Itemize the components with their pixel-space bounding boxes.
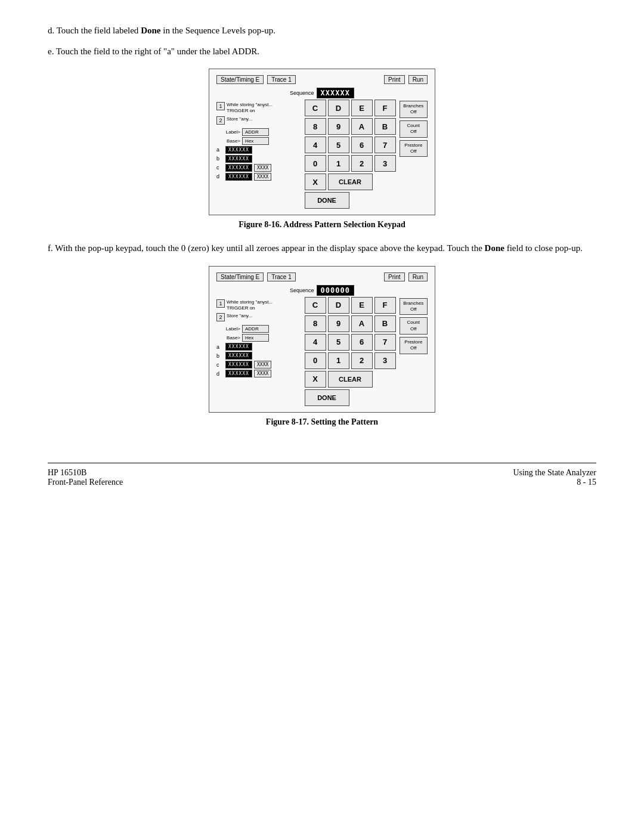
fig16-trace-btn[interactable]: Trace 1 — [267, 75, 296, 84]
kp17-btn-3[interactable]: 3 — [374, 352, 396, 369]
kp-btn-4[interactable]: 4 — [305, 137, 326, 153]
kp-btn-3[interactable]: 3 — [374, 155, 396, 172]
kp-btn-D[interactable]: D — [328, 100, 349, 116]
kp17-btn-clear[interactable]: CLEAR — [328, 371, 373, 388]
fig16-print-btn[interactable]: Print — [384, 75, 405, 84]
kp-btn-9[interactable]: 9 — [328, 118, 349, 135]
kp17-btn-0[interactable]: 0 — [305, 352, 326, 369]
footer-left: HP 16510B Front-Panel Reference — [48, 468, 123, 487]
kp17-btn-done[interactable]: DONE — [305, 389, 349, 406]
fig16-data-row-a: a XXXXXX — [216, 146, 301, 154]
kp-btn-X[interactable]: X — [305, 174, 326, 190]
fig17-label-lbl: Label> — [216, 326, 240, 332]
fig17-step-1: 1 While storing "anyst...TRIGGER on — [216, 299, 301, 312]
fig16-seq-label: Sequence — [290, 90, 314, 96]
fig17-seq-label: Sequence — [290, 287, 314, 293]
footer: HP 16510B Front-Panel Reference Using th… — [48, 463, 596, 487]
kp-btn-C[interactable]: C — [305, 100, 326, 116]
fig16-right: BranchesOff CountOff PrestoreOff — [400, 101, 428, 157]
kp-btn-A[interactable]: A — [351, 118, 373, 135]
kp17-btn-C[interactable]: C — [305, 297, 326, 314]
kp-btn-B[interactable]: B — [374, 118, 396, 135]
kp17-btn-9[interactable]: 9 — [328, 315, 349, 332]
fig17-data-row-b: b XXXXXX — [216, 352, 301, 360]
footer-page: 8 - 15 — [513, 478, 596, 487]
kp-btn-6[interactable]: 6 — [351, 137, 373, 153]
fig16-seq-display: XXXXXX — [317, 88, 354, 98]
fig16-count-btn[interactable]: CountOff — [400, 120, 428, 138]
kp17-btn-D[interactable]: D — [328, 297, 349, 314]
fig16-label-val: ADDR — [242, 128, 269, 136]
fig17-label-rows: Label> ADDR Base> Hex — [216, 325, 301, 342]
fig16-base-val: Hex — [242, 137, 269, 145]
fig17-keypad: C D E F 8 9 A B 4 5 6 7 0 1 2 3 X — [305, 297, 396, 406]
kp-btn-0[interactable]: 0 — [305, 155, 326, 172]
kp17-btn-X[interactable]: X — [305, 371, 326, 388]
fig16-data-row-b: b XXXXXX — [216, 155, 301, 163]
kp-btn-1[interactable]: 1 — [328, 155, 349, 172]
fig17-print-btn[interactable]: Print — [384, 272, 405, 281]
fig16-label-row: Label> ADDR — [216, 128, 301, 136]
footer-subtitle: Front-Panel Reference — [48, 478, 123, 487]
kp17-btn-4[interactable]: 4 — [305, 334, 326, 351]
fig16-label-lbl: Label> — [216, 129, 240, 135]
kp17-btn-F[interactable]: F — [374, 297, 396, 314]
kp17-btn-6[interactable]: 6 — [351, 334, 373, 351]
fig16-state-timing-btn[interactable]: State/Timing E — [216, 75, 264, 84]
fig17-label-val: ADDR — [242, 325, 269, 333]
kp-btn-5[interactable]: 5 — [328, 137, 349, 153]
fig16-data-rows: a XXXXXX b XXXXXX c XXXXXX XXXX d XXXX — [216, 146, 301, 181]
fig16-run-btn[interactable]: Run — [408, 75, 428, 84]
fig16-caption: Figure 8-16. Address Pattern Selection K… — [48, 220, 596, 230]
figure-17-container: State/Timing E Trace 1 Print Run Sequenc… — [209, 266, 435, 413]
para-f: f. With the pop-up keypad, touch the 0 (… — [48, 241, 596, 255]
fig17-data-row-c: c XXXXXX XXXX — [216, 361, 301, 368]
fig16-step-num-1: 1 — [216, 102, 225, 110]
fig16-base-lbl: Base> — [216, 138, 240, 144]
fig17-data-row-d: d XXXXXX XXXX — [216, 370, 301, 377]
kp-btn-8[interactable]: 8 — [305, 118, 326, 135]
fig17-step-text-2: Store "any... — [227, 313, 252, 319]
fig17-main: 1 While storing "anyst...TRIGGER on 2 St… — [216, 297, 428, 406]
fig17-step-text-1: While storing "anyst...TRIGGER on — [227, 299, 273, 312]
fig16-seq-row: Sequence XXXXXX — [216, 88, 428, 98]
fig17-trace-btn[interactable]: Trace 1 — [267, 272, 296, 281]
kp17-btn-B[interactable]: B — [374, 315, 396, 332]
kp17-btn-1[interactable]: 1 — [328, 352, 349, 369]
kp-btn-E[interactable]: E — [351, 100, 373, 116]
page-content: d. Touch the field labeled Done in the S… — [48, 24, 596, 487]
fig16-topbar: State/Timing E Trace 1 Print Run — [216, 75, 428, 84]
fig17-count-btn[interactable]: CountOff — [400, 317, 428, 335]
fig17-branches-btn[interactable]: BranchesOff — [400, 298, 428, 315]
fig16-keypad: C D E F 8 9 A B 4 5 6 7 0 1 2 3 X — [305, 100, 396, 209]
kp-btn-7[interactable]: 7 — [374, 137, 396, 153]
kp17-btn-5[interactable]: 5 — [328, 334, 349, 351]
fig17-topbar: State/Timing E Trace 1 Print Run — [216, 272, 428, 281]
para-e: e. Touch the field to the right of "a" u… — [48, 45, 596, 58]
kp17-btn-E[interactable]: E — [351, 297, 373, 314]
fig16-step-text-2: Store "any... — [227, 116, 252, 122]
kp17-btn-7[interactable]: 7 — [374, 334, 396, 351]
fig16-branches-btn[interactable]: BranchesOff — [400, 101, 428, 118]
kp-btn-done[interactable]: DONE — [305, 192, 349, 209]
fig16-step-text-1: While storing "anyst...TRIGGER on — [227, 102, 273, 114]
fig16-prestore-btn[interactable]: PrestoreOff — [400, 140, 428, 157]
fig17-label-row: Label> ADDR — [216, 325, 301, 333]
para-d: d. Touch the field labeled Done in the S… — [48, 24, 596, 38]
kp17-btn-2[interactable]: 2 — [351, 352, 373, 369]
fig17-step-num-2: 2 — [216, 313, 225, 321]
fig16-keypad-grid: C D E F 8 9 A B 4 5 6 7 0 1 2 3 X — [305, 100, 396, 209]
kp-btn-F[interactable]: F — [374, 100, 396, 116]
fig17-run-btn[interactable]: Run — [408, 272, 428, 281]
kp-btn-clear[interactable]: CLEAR — [328, 174, 373, 190]
kp17-btn-8[interactable]: 8 — [305, 315, 326, 332]
fig16-step-1: 1 While storing "anyst...TRIGGER on — [216, 102, 301, 114]
fig17-seq-display: 000000 — [317, 285, 354, 296]
fig16-base-row: Base> Hex — [216, 137, 301, 145]
kp-btn-2[interactable]: 2 — [351, 155, 373, 172]
fig17-base-row: Base> Hex — [216, 334, 301, 342]
kp17-btn-A[interactable]: A — [351, 315, 373, 332]
fig17-state-timing-btn[interactable]: State/Timing E — [216, 272, 264, 281]
fig17-prestore-btn[interactable]: PrestoreOff — [400, 337, 428, 354]
footer-right-title: Using the State Analyzer — [513, 468, 596, 478]
